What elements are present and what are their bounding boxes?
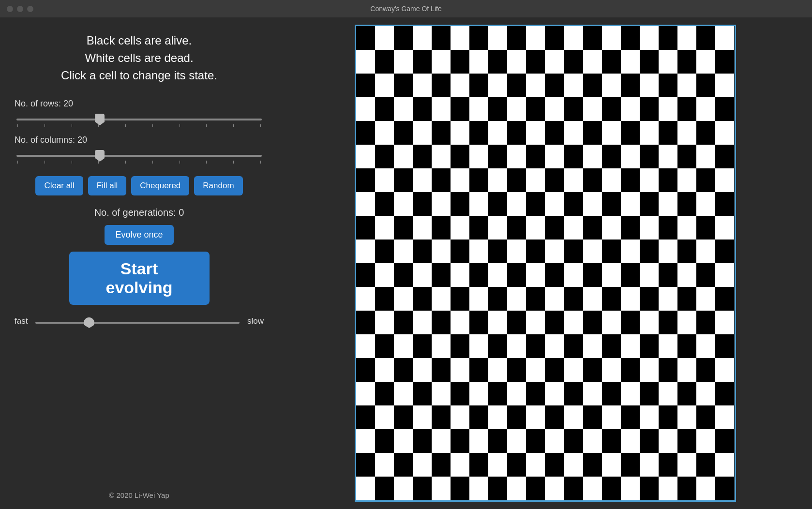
cell[interactable] <box>715 121 734 145</box>
cell[interactable] <box>394 287 413 311</box>
cell[interactable] <box>621 216 640 240</box>
cell[interactable] <box>564 287 583 311</box>
cell[interactable] <box>677 26 696 50</box>
cell[interactable] <box>621 50 640 74</box>
cell[interactable] <box>394 334 413 358</box>
cell[interactable] <box>677 192 696 216</box>
cell[interactable] <box>583 287 602 311</box>
cell[interactable] <box>469 405 488 429</box>
cell[interactable] <box>696 405 715 429</box>
cell[interactable] <box>413 74 432 97</box>
cell[interactable] <box>432 382 451 405</box>
cell[interactable] <box>469 263 488 287</box>
cell[interactable] <box>394 216 413 240</box>
cell[interactable] <box>696 168 715 192</box>
cell[interactable] <box>696 121 715 145</box>
cell[interactable] <box>356 50 375 74</box>
cell[interactable] <box>356 311 375 334</box>
cell[interactable] <box>602 168 621 192</box>
cell[interactable] <box>715 216 734 240</box>
cell[interactable] <box>451 311 469 334</box>
cell[interactable] <box>677 382 696 405</box>
cell[interactable] <box>451 453 469 477</box>
cell[interactable] <box>583 216 602 240</box>
cell[interactable] <box>526 358 545 382</box>
cell[interactable] <box>677 334 696 358</box>
cell[interactable] <box>394 477 413 500</box>
cell[interactable] <box>659 240 677 263</box>
cell[interactable] <box>696 311 715 334</box>
cell[interactable] <box>451 334 469 358</box>
cell[interactable] <box>526 240 545 263</box>
cell[interactable] <box>488 121 507 145</box>
cell[interactable] <box>451 145 469 168</box>
cell[interactable] <box>526 145 545 168</box>
cell[interactable] <box>545 50 564 74</box>
cell[interactable] <box>432 405 451 429</box>
cell[interactable] <box>715 358 734 382</box>
cell[interactable] <box>526 477 545 500</box>
cell[interactable] <box>545 405 564 429</box>
cell[interactable] <box>659 311 677 334</box>
cell[interactable] <box>469 287 488 311</box>
cell[interactable] <box>564 50 583 74</box>
cell[interactable] <box>583 311 602 334</box>
cell[interactable] <box>469 453 488 477</box>
cell[interactable] <box>507 26 526 50</box>
cell[interactable] <box>469 311 488 334</box>
cell[interactable] <box>564 240 583 263</box>
cell[interactable] <box>621 453 640 477</box>
cell[interactable] <box>583 145 602 168</box>
cell[interactable] <box>507 263 526 287</box>
cell[interactable] <box>545 477 564 500</box>
cell[interactable] <box>545 334 564 358</box>
cell[interactable] <box>507 477 526 500</box>
cell[interactable] <box>715 192 734 216</box>
cell[interactable] <box>356 358 375 382</box>
cell[interactable] <box>356 240 375 263</box>
cell[interactable] <box>677 429 696 453</box>
rows-slider[interactable] <box>16 119 262 120</box>
cell[interactable] <box>432 240 451 263</box>
cell[interactable] <box>432 192 451 216</box>
cell[interactable] <box>696 97 715 121</box>
cell[interactable] <box>583 192 602 216</box>
cell[interactable] <box>659 74 677 97</box>
cell[interactable] <box>413 168 432 192</box>
cell[interactable] <box>715 405 734 429</box>
cell[interactable] <box>696 74 715 97</box>
cell[interactable] <box>413 26 432 50</box>
cell[interactable] <box>413 429 432 453</box>
cell[interactable] <box>375 477 394 500</box>
cell[interactable] <box>564 168 583 192</box>
cell[interactable] <box>640 26 659 50</box>
cell[interactable] <box>659 121 677 145</box>
cell[interactable] <box>394 121 413 145</box>
cell[interactable] <box>583 405 602 429</box>
cell[interactable] <box>659 287 677 311</box>
cell[interactable] <box>488 358 507 382</box>
cell[interactable] <box>507 216 526 240</box>
cell[interactable] <box>413 358 432 382</box>
cell[interactable] <box>488 382 507 405</box>
cell[interactable] <box>526 192 545 216</box>
cell[interactable] <box>356 145 375 168</box>
cell[interactable] <box>375 429 394 453</box>
cell[interactable] <box>413 477 432 500</box>
cell[interactable] <box>621 287 640 311</box>
cell[interactable] <box>696 477 715 500</box>
cell[interactable] <box>677 477 696 500</box>
columns-slider[interactable] <box>16 155 262 157</box>
cell[interactable] <box>659 263 677 287</box>
cell[interactable] <box>451 382 469 405</box>
cell[interactable] <box>640 216 659 240</box>
cell[interactable] <box>545 145 564 168</box>
cell[interactable] <box>375 405 394 429</box>
cell[interactable] <box>677 311 696 334</box>
cell[interactable] <box>432 26 451 50</box>
cell[interactable] <box>583 168 602 192</box>
cell[interactable] <box>545 358 564 382</box>
cell[interactable] <box>432 311 451 334</box>
cell[interactable] <box>715 50 734 74</box>
cell[interactable] <box>356 121 375 145</box>
